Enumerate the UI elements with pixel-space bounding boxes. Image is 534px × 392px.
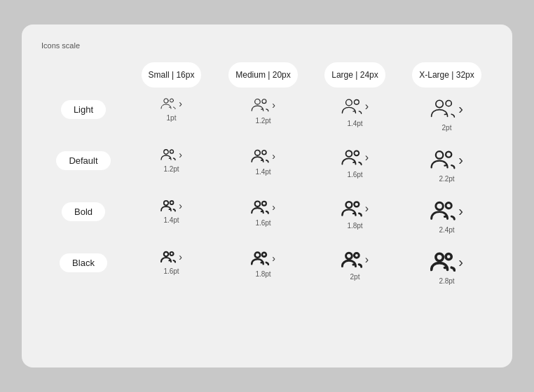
svg-point-31 — [446, 254, 451, 260]
icon-cell-bold-medium: › 1.6pt — [217, 190, 309, 241]
chevron-icon: › — [272, 151, 275, 161]
row-label-bold: Bold — [41, 190, 125, 241]
icon-row: › — [341, 200, 369, 218]
chevron-icon: › — [365, 254, 369, 265]
pt-label: 1.6pt — [347, 171, 362, 178]
people-icon — [251, 148, 269, 164]
svg-point-25 — [170, 252, 174, 255]
people-icon — [430, 200, 456, 222]
icon-row: › — [251, 200, 275, 215]
icon-cell-default-large: › 1.6pt — [309, 139, 401, 190]
chevron-icon: › — [458, 153, 463, 167]
svg-point-2 — [255, 99, 261, 104]
svg-point-6 — [436, 100, 443, 107]
chevron-icon: › — [365, 203, 369, 214]
icon-cell-light-small: › 1pt — [125, 88, 217, 139]
icon-row: › — [160, 200, 182, 212]
pt-label: 1.2pt — [163, 165, 179, 173]
svg-point-18 — [255, 201, 261, 206]
grid: Small | 16px Medium | 20px Large | 24px … — [41, 62, 493, 292]
people-icon — [160, 200, 176, 212]
svg-point-12 — [345, 150, 352, 157]
pt-label: 2.8pt — [439, 277, 454, 285]
people-icon — [251, 200, 269, 215]
pt-label: 1.8pt — [255, 270, 271, 278]
icon-row: › — [160, 97, 182, 110]
chevron-icon: › — [272, 100, 275, 110]
chevron-icon: › — [458, 102, 463, 115]
people-icon — [251, 97, 269, 113]
svg-point-29 — [354, 253, 359, 258]
chevron-icon: › — [272, 253, 275, 263]
svg-point-22 — [436, 202, 443, 209]
svg-point-19 — [262, 202, 266, 206]
column-header-large: Large | 24px — [324, 62, 385, 88]
svg-point-8 — [164, 150, 168, 154]
people-icon — [160, 251, 176, 263]
people-icon — [341, 148, 362, 167]
pt-label: 2.4pt — [439, 226, 454, 234]
pt-label: 2pt — [442, 124, 452, 132]
svg-point-21 — [354, 202, 359, 206]
icon-cell-default-xlarge: › 2.2pt — [401, 139, 493, 190]
header-empty-cell — [41, 62, 125, 88]
svg-point-14 — [436, 151, 443, 158]
people-icon — [341, 97, 362, 115]
pt-label: 1.4pt — [347, 120, 362, 127]
pt-label: 2pt — [350, 273, 360, 281]
svg-point-1 — [170, 99, 174, 102]
svg-point-5 — [354, 99, 359, 104]
header-cell-small: Small | 16px — [125, 62, 217, 88]
icon-cell-bold-xlarge: › 2.4pt — [401, 190, 493, 241]
icon-cell-light-xlarge: › 2pt — [401, 88, 493, 139]
column-header-medium: Medium | 20px — [228, 62, 298, 88]
icon-row: › — [430, 148, 463, 171]
column-header-small: Small | 16px — [142, 62, 202, 88]
icon-cell-black-small: › 1.6pt — [125, 241, 217, 292]
header-cell-xlarge: X-Large | 32px — [401, 62, 493, 88]
svg-point-13 — [354, 150, 359, 155]
icon-row: › — [251, 97, 275, 113]
people-icon — [251, 251, 269, 266]
chevron-icon: › — [179, 99, 182, 108]
chevron-icon: › — [365, 101, 369, 112]
chevron-icon: › — [365, 152, 369, 163]
svg-point-20 — [345, 202, 352, 208]
pt-label: 2.2pt — [439, 175, 454, 183]
pt-label: 1.2pt — [255, 117, 271, 125]
icon-row: › — [251, 148, 275, 164]
icon-row: › — [160, 148, 182, 161]
pt-label: 1pt — [167, 114, 177, 122]
column-header-xlarge: X-Large | 32px — [412, 62, 481, 88]
icon-cell-bold-small: › 1.4pt — [125, 190, 217, 241]
people-icon — [430, 148, 456, 171]
people-icon — [160, 148, 176, 161]
chevron-icon: › — [458, 204, 463, 218]
svg-point-15 — [446, 152, 451, 158]
svg-point-3 — [262, 99, 266, 104]
icon-cell-black-xlarge: › 2.8pt — [401, 241, 493, 292]
svg-point-23 — [446, 203, 451, 209]
chevron-icon: › — [179, 252, 182, 262]
svg-point-9 — [170, 150, 174, 153]
icon-row: › — [430, 97, 463, 120]
people-icon — [341, 200, 362, 218]
icon-row: › — [341, 148, 369, 167]
pt-label: 1.8pt — [347, 222, 362, 230]
row-label-black: Black — [41, 241, 125, 292]
icon-row: › — [341, 97, 369, 115]
row-label-light: Light — [41, 88, 125, 139]
icon-cell-default-medium: › 1.4pt — [217, 139, 309, 190]
svg-point-30 — [436, 253, 443, 260]
card-title: Icons scale — [41, 41, 493, 50]
svg-point-11 — [262, 150, 266, 155]
people-icon — [430, 97, 456, 120]
chevron-icon: › — [458, 255, 463, 269]
people-icon — [341, 251, 362, 269]
header-cell-medium: Medium | 20px — [217, 62, 309, 88]
svg-point-4 — [345, 99, 352, 106]
icon-row: › — [430, 200, 463, 222]
icon-cell-light-large: › 1.4pt — [309, 88, 401, 139]
row-label-default: Default — [41, 139, 125, 190]
card: Icons scale Small | 16px Medium | 20px L… — [22, 24, 512, 368]
